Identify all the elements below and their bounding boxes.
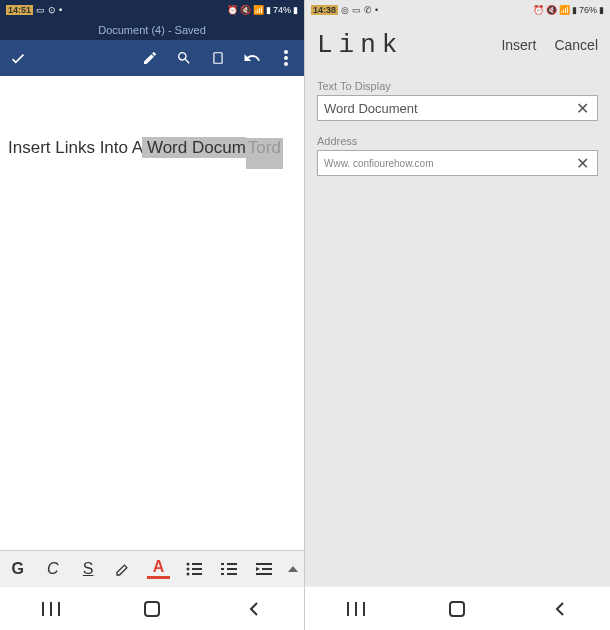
document-body[interactable]: Insert Links Into A Word DocumTord: [0, 76, 304, 550]
svg-point-2: [284, 56, 288, 60]
svg-point-6: [186, 567, 189, 570]
home-button[interactable]: [137, 599, 167, 619]
message-icon: ▭: [36, 5, 45, 15]
search-icon[interactable]: [174, 48, 194, 68]
font-color-button[interactable]: A: [147, 559, 170, 579]
back-button[interactable]: [238, 599, 268, 619]
svg-rect-9: [192, 573, 202, 575]
address-label: Address: [317, 135, 598, 147]
format-toolbar: G C S A: [0, 550, 304, 586]
link-title: Link: [317, 30, 403, 60]
recent-apps-button[interactable]: [341, 599, 371, 619]
selected-text: Word Docum: [142, 137, 246, 158]
svg-rect-0: [214, 53, 222, 64]
mute-icon: 🔇: [240, 5, 251, 15]
battery-text: 76%: [579, 5, 597, 15]
gallery-icon: ▭: [352, 5, 361, 15]
underline-button[interactable]: S: [77, 556, 100, 582]
svg-rect-5: [192, 563, 202, 565]
back-button[interactable]: [544, 599, 574, 619]
clock: 14:51: [6, 5, 33, 15]
svg-rect-15: [227, 573, 237, 575]
recent-apps-button[interactable]: [36, 599, 66, 619]
svg-rect-25: [363, 602, 365, 616]
check-icon[interactable]: [8, 48, 28, 68]
chevron-up-icon[interactable]: [288, 566, 298, 572]
svg-rect-7: [192, 568, 202, 570]
document-title: Document (4) - Saved: [98, 24, 206, 36]
link-dialog-header: Link Insert Cancel: [305, 20, 610, 70]
clear-icon[interactable]: ✕: [574, 154, 591, 173]
battery-icon: ▮: [599, 5, 604, 15]
word-toolbar: [0, 40, 304, 76]
mute-icon: 🔇: [546, 5, 557, 15]
link-dialog-screen: 14:38 ◎ ▭ ✆ • ⏰ 🔇 📶 ▮ 76% ▮ Link Insert …: [305, 0, 610, 630]
wifi-icon: 📶: [559, 5, 570, 15]
instagram-icon: ◎: [341, 5, 349, 15]
signal-icon: ▮: [266, 5, 271, 15]
svg-rect-26: [450, 602, 464, 616]
bullet-list-button[interactable]: [182, 556, 205, 582]
undo-icon[interactable]: [242, 48, 262, 68]
text-to-display-input[interactable]: Word Document: [324, 101, 574, 116]
document-text[interactable]: Insert Links Into A Word DocumTord: [8, 136, 296, 160]
svg-rect-19: [42, 602, 44, 616]
pen-icon[interactable]: [140, 48, 160, 68]
whatsapp-icon: ✆: [364, 5, 372, 15]
svg-rect-22: [145, 602, 159, 616]
text-to-display-label: Text To Display: [317, 80, 598, 92]
text-suffix: Tord: [246, 138, 283, 169]
home-button[interactable]: [442, 599, 472, 619]
text-to-display-field[interactable]: Word Document ✕: [317, 95, 598, 121]
highlight-button[interactable]: [112, 556, 135, 582]
svg-point-8: [186, 572, 189, 575]
link-dialog-body: Text To Display Word Document ✕ Address …: [305, 70, 610, 586]
svg-rect-24: [355, 602, 357, 616]
clear-icon[interactable]: ✕: [574, 99, 591, 118]
more-icon[interactable]: [276, 48, 296, 68]
svg-rect-13: [227, 568, 237, 570]
svg-point-4: [186, 562, 189, 565]
text-prefix: Insert Links Into A: [8, 138, 142, 157]
status-bar-left: 14:51 ▭ ⊙ • ⏰ 🔇 📶 ▮ 74% ▮: [0, 0, 304, 20]
bold-button[interactable]: G: [6, 556, 29, 582]
svg-rect-17: [262, 568, 272, 570]
svg-point-3: [284, 62, 288, 66]
status-bar-right: 14:38 ◎ ▭ ✆ • ⏰ 🔇 📶 ▮ 76% ▮: [305, 0, 610, 20]
cancel-button[interactable]: Cancel: [554, 37, 598, 53]
number-list-button[interactable]: [218, 556, 241, 582]
svg-rect-14: [221, 573, 224, 575]
read-mode-icon[interactable]: [208, 48, 228, 68]
svg-rect-11: [227, 563, 237, 565]
address-field[interactable]: Www. confiourehow.com ✕: [317, 150, 598, 176]
dot-icon: ⊙: [48, 5, 56, 15]
svg-point-1: [284, 50, 288, 54]
battery-text: 74%: [273, 5, 291, 15]
svg-rect-12: [221, 568, 224, 570]
insert-button[interactable]: Insert: [501, 37, 536, 53]
svg-rect-20: [50, 602, 52, 616]
signal-icon: ▮: [572, 5, 577, 15]
svg-rect-10: [221, 563, 224, 565]
svg-rect-16: [256, 563, 272, 565]
wifi-icon: 📶: [253, 5, 264, 15]
battery-icon: ▮: [293, 5, 298, 15]
svg-rect-18: [256, 573, 272, 575]
dot-icon: •: [375, 5, 378, 15]
document-title-bar: Document (4) - Saved: [0, 20, 304, 40]
word-mobile-screen: 14:51 ▭ ⊙ • ⏰ 🔇 📶 ▮ 74% ▮ Document (4) -…: [0, 0, 305, 630]
dot-icon: •: [59, 5, 62, 15]
address-input[interactable]: Www. confiourehow.com: [324, 158, 574, 169]
alarm-icon: ⏰: [533, 5, 544, 15]
svg-rect-21: [58, 602, 60, 616]
svg-rect-23: [347, 602, 349, 616]
android-nav-bar: [0, 586, 304, 630]
clock: 14:38: [311, 5, 338, 15]
alarm-icon: ⏰: [227, 5, 238, 15]
italic-button[interactable]: C: [41, 556, 64, 582]
indent-button[interactable]: [253, 556, 276, 582]
android-nav-bar: [305, 586, 610, 630]
